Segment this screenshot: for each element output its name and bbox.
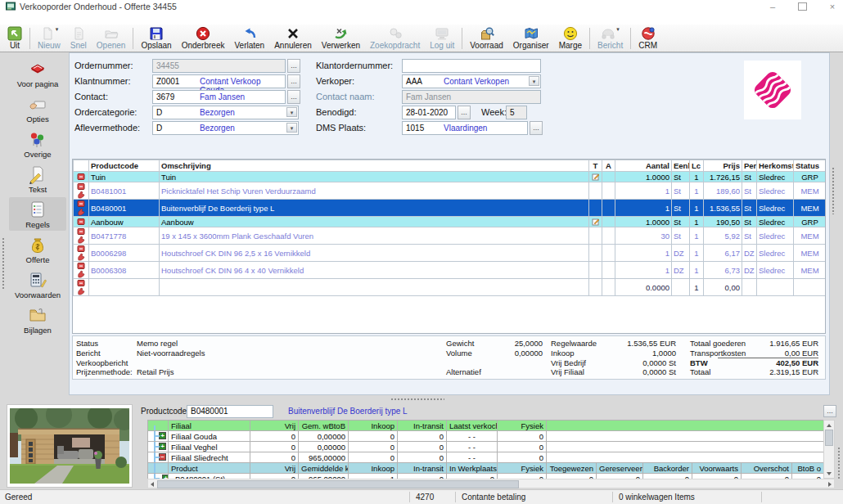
close-button[interactable]: × <box>827 1 838 12</box>
stock-grid-vscrollbar[interactable] <box>823 420 835 479</box>
order-row[interactable]: Aanbouw Aanbouw 1.0000 St 1 190,50 St Sl… <box>74 217 827 227</box>
left-splitter[interactable] <box>1 52 5 394</box>
col-productcode[interactable]: Productcode <box>89 160 160 172</box>
order-row[interactable]: 0.0000 1 0,00 <box>74 279 827 296</box>
cell-status: MEM <box>794 200 827 217</box>
expand-toggle[interactable] <box>159 443 166 450</box>
cell-status <box>794 279 827 296</box>
date-lookup-button[interactable]: ... <box>458 106 471 119</box>
sidebar-item-overige[interactable]: Overige <box>9 127 66 160</box>
scroll-right-icon[interactable] <box>825 479 834 488</box>
cell-prijs: 6,73 <box>704 262 742 279</box>
cell-lc: 1 <box>690 279 704 296</box>
money-pouch-icon <box>28 235 47 254</box>
dms-plaats-input[interactable]: 1015 Vlaardingen <box>402 121 528 135</box>
annuleren-button[interactable]: Annuleren <box>269 25 317 51</box>
productcode-input[interactable]: B0480001 <box>187 405 273 418</box>
sidebar-item-tekst[interactable]: Tekst <box>9 162 66 196</box>
verkoper-select[interactable]: AAA Contant Verkopen ▾ <box>402 74 541 88</box>
col-product[interactable]: Product <box>169 463 250 474</box>
right-splitter[interactable] <box>831 52 836 394</box>
minimize-button[interactable]: – <box>767 1 778 12</box>
hscroll-thumb[interactable] <box>157 480 519 488</box>
bericht-button[interactable]: ▾ Bericht <box>593 25 628 51</box>
col-eenh[interactable]: Eenh <box>672 160 690 172</box>
order-row[interactable]: B0481001 Picknicktafel Het Schip Vuren V… <box>74 182 827 200</box>
order-row[interactable]: B0006298 Houtschroef CK DIN 96 2,5 x 16 … <box>74 245 827 262</box>
vscroll-thumb[interactable] <box>825 430 833 446</box>
openen-button[interactable]: Openen <box>92 25 131 51</box>
horizontal-splitter[interactable] <box>0 395 843 403</box>
klantordernummer-input[interactable] <box>402 59 541 73</box>
uit-button[interactable]: Uit <box>2 25 27 51</box>
summary-row: Status Memo regel Gewicht 25,0000 Regelw… <box>73 339 825 349</box>
expand-toggle[interactable] <box>159 453 166 461</box>
product-photo <box>10 408 129 484</box>
cell-omschrijving <box>160 279 589 296</box>
sidebar-item-opties[interactable]: Opties <box>9 92 66 125</box>
order-row[interactable]: Tuin Tuin 1.0000 St 1 1.726,15 St Sledre… <box>74 172 827 182</box>
sidebar-item-voor-pagina[interactable]: Voor pagina <box>9 56 66 90</box>
col-herkomst[interactable]: Herkomst <box>757 160 794 172</box>
marge-button[interactable]: Marge <box>554 25 587 51</box>
productcode-lookup-button[interactable]: ... <box>823 405 836 417</box>
zoekopdracht-button[interactable]: Zoekopdracht <box>365 25 425 51</box>
cell-prijs: 6,17 <box>704 245 742 262</box>
sidebar-item-regels[interactable]: Regels <box>9 197 66 231</box>
dropdown-arrow-icon[interactable]: ▾ <box>529 76 539 86</box>
expand-toggle[interactable] <box>159 432 166 439</box>
branch-row[interactable]: Filiaal Sliedrecht 0 965,00000 0 0 - - 0 <box>148 452 824 463</box>
col-status[interactable]: Status <box>794 160 827 172</box>
organiser-button[interactable]: Organiser <box>508 25 554 51</box>
status-message: Gereed <box>5 493 32 502</box>
sidebar-item-bijlagen[interactable]: Bijlagen <box>9 303 66 336</box>
col-a[interactable]: A <box>602 160 615 172</box>
branch-row[interactable]: Filiaal Gouda 0 0,00000 0 0 - - 0 <box>148 431 824 442</box>
verkoper-row: Verkoper: AAA Contant Verkopen ▾ <box>70 74 561 90</box>
benodigd-date-input[interactable]: 28-01-2020 <box>402 106 456 119</box>
cell-t-flag <box>589 182 602 200</box>
stock-grid-hscrollbar[interactable] <box>147 479 835 488</box>
col-prijs[interactable]: Prijs <box>704 160 742 172</box>
col-fysiek[interactable]: Fysiek <box>498 421 547 431</box>
onderbreek-button[interactable]: Onderbreek <box>177 25 230 51</box>
sidebar-item-offerte[interactable]: Offerte <box>9 232 66 266</box>
snel-button[interactable]: Snel <box>65 25 92 51</box>
col-gem-wbtob[interactable]: Gem. wBtoB <box>299 421 349 431</box>
col-filiaal[interactable]: Filiaal <box>169 421 250 431</box>
bottom-right-splitter[interactable] <box>837 447 841 479</box>
opslaan-button[interactable]: Opslaan <box>136 25 176 51</box>
col-t[interactable]: T <box>589 160 602 172</box>
col-in-transit[interactable]: In-transit <box>398 421 447 431</box>
branch-row[interactable]: Filiaal Veghel 0 0,00000 0 0 - - 0 <box>148 442 824 452</box>
col-vrij[interactable]: Vrij <box>250 421 299 431</box>
toolbar-separator <box>133 28 133 49</box>
sidebar-item-voorwaarden[interactable]: Voorwaarden <box>9 268 66 301</box>
verlaten-button[interactable]: Verlaten <box>229 25 269 51</box>
maximize-button[interactable] <box>798 2 807 11</box>
voorraad-button[interactable]: Voorraad <box>465 25 508 51</box>
col-aantal[interactable]: Aantal <box>615 160 672 172</box>
order-row[interactable]: B0006308 Houtschroef CK DIN 96 4 x 40 Ve… <box>74 262 827 279</box>
cell-lc: 1 <box>690 172 704 182</box>
scroll-left-icon[interactable] <box>148 479 157 488</box>
col-per[interactable]: Per <box>742 160 757 172</box>
scroll-up-icon[interactable] <box>824 421 834 430</box>
cell-productcode: B0480001 <box>89 200 160 217</box>
smiley-icon <box>563 26 578 41</box>
col-laatst-verkocht[interactable]: Laatst verkocht <box>447 421 498 431</box>
stop-icon <box>196 26 210 41</box>
col-lc[interactable]: Lc <box>690 160 704 172</box>
verwerken-button[interactable]: Verwerken <box>317 25 365 51</box>
quick-page-icon <box>71 26 86 41</box>
scroll-down-icon[interactable] <box>824 469 834 478</box>
crm-button[interactable]: CRM <box>633 25 662 51</box>
order-row[interactable]: B0480001 Buitenverblijf De Boerderij typ… <box>74 200 827 217</box>
col-inkoop[interactable]: Inkoop <box>349 421 398 431</box>
log-uit-button[interactable]: Log uit <box>425 25 459 51</box>
cell-herkomst: Sledrec <box>757 227 794 245</box>
dms-lookup-button[interactable]: ... <box>530 121 543 135</box>
col-omschrijving[interactable]: Omschrijving <box>160 160 589 172</box>
order-row[interactable]: B0471778 19 x 145 x 3600mm Plank Geschaa… <box>74 227 827 245</box>
nieuw-button[interactable]: ▾ Nieuw <box>33 25 65 51</box>
